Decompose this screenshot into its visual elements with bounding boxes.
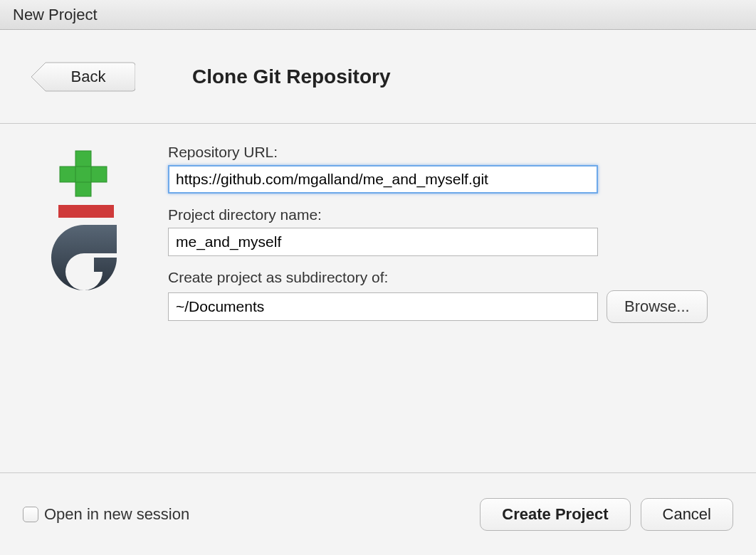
window-titlebar: New Project: [0, 0, 756, 30]
open-new-session-checkbox[interactable]: Open in new session: [23, 505, 189, 524]
git-logo-icon: [44, 147, 122, 296]
project-dir-group: Project directory name:: [168, 206, 733, 256]
subdir-input[interactable]: [168, 292, 598, 321]
form-column: Repository URL: Project directory name: …: [165, 144, 733, 472]
project-dir-label: Project directory name:: [168, 206, 733, 223]
svg-rect-1: [60, 166, 107, 182]
checkbox-box-icon: [23, 507, 38, 522]
repo-url-input[interactable]: [168, 165, 598, 194]
window-title: New Project: [13, 6, 98, 24]
svg-rect-4: [58, 205, 114, 218]
git-logo-column: [23, 144, 165, 472]
repo-url-group: Repository URL:: [168, 144, 733, 194]
create-project-button[interactable]: Create Project: [480, 498, 630, 531]
dialog-header: Back Clone Git Repository: [0, 30, 756, 124]
dialog-content: Repository URL: Project directory name: …: [0, 124, 756, 472]
page-title: Clone Git Repository: [192, 65, 390, 88]
open-new-session-label: Open in new session: [44, 505, 189, 524]
back-button-label: Back: [28, 60, 135, 94]
cancel-button[interactable]: Cancel: [641, 498, 733, 531]
subdir-group: Create project as subdirectory of: Brows…: [168, 269, 733, 323]
dialog-footer: Open in new session Create Project Cance…: [0, 472, 756, 555]
browse-button[interactable]: Browse...: [607, 290, 708, 323]
repo-url-label: Repository URL:: [168, 144, 733, 161]
project-dir-input[interactable]: [168, 228, 598, 256]
back-button[interactable]: Back: [28, 60, 135, 94]
subdir-label: Create project as subdirectory of:: [168, 269, 733, 286]
